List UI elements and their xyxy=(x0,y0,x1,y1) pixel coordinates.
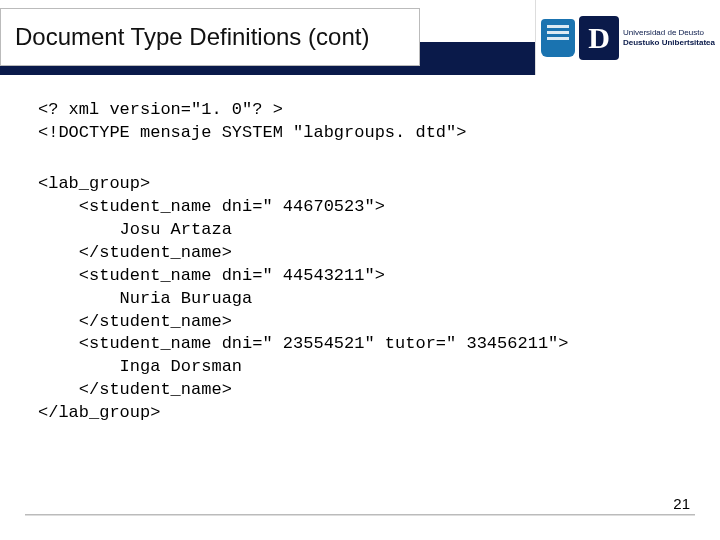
logo-letter: D xyxy=(579,16,619,60)
xml-code-block: <lab_group> <student_name dni=" 44670523… xyxy=(38,173,682,425)
logo-text: Universidad de Deusto Deustuko Unibertsi… xyxy=(623,28,715,47)
footer-rule xyxy=(25,514,695,516)
page-number: 21 xyxy=(673,495,690,512)
university-logo: D Universidad de Deusto Deustuko Unibert… xyxy=(535,0,720,75)
slide-content: <? xml version="1. 0"? > <!DOCTYPE mensa… xyxy=(0,75,720,425)
xml-declaration: <? xml version="1. 0"? > <!DOCTYPE mensa… xyxy=(38,99,682,145)
slide-header: Document Type Definitions (cont) D Unive… xyxy=(0,0,720,75)
title-bar: Document Type Definitions (cont) xyxy=(0,8,420,66)
logo-line2: Deustuko Unibertsitatea xyxy=(623,38,715,48)
logo-line1: Universidad de Deusto xyxy=(623,28,715,38)
slide-title: Document Type Definitions (cont) xyxy=(15,23,369,51)
shield-icon xyxy=(541,19,575,57)
